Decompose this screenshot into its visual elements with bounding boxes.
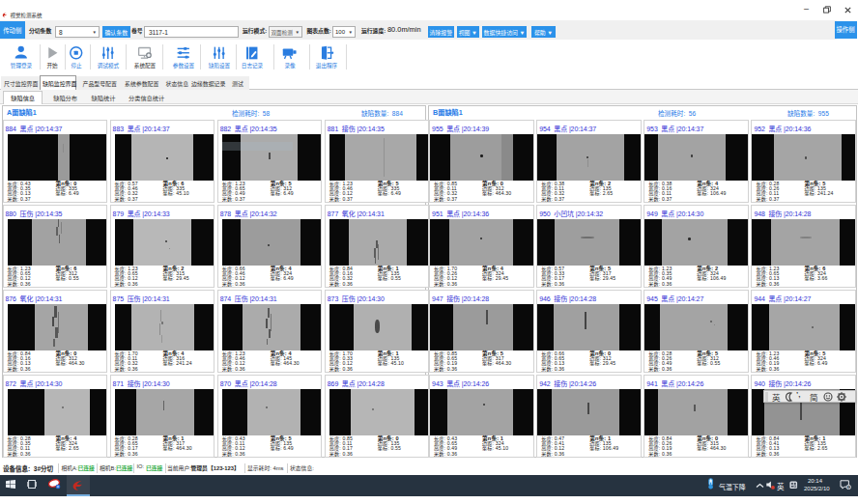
svg-text:6: 6	[847, 485, 849, 489]
